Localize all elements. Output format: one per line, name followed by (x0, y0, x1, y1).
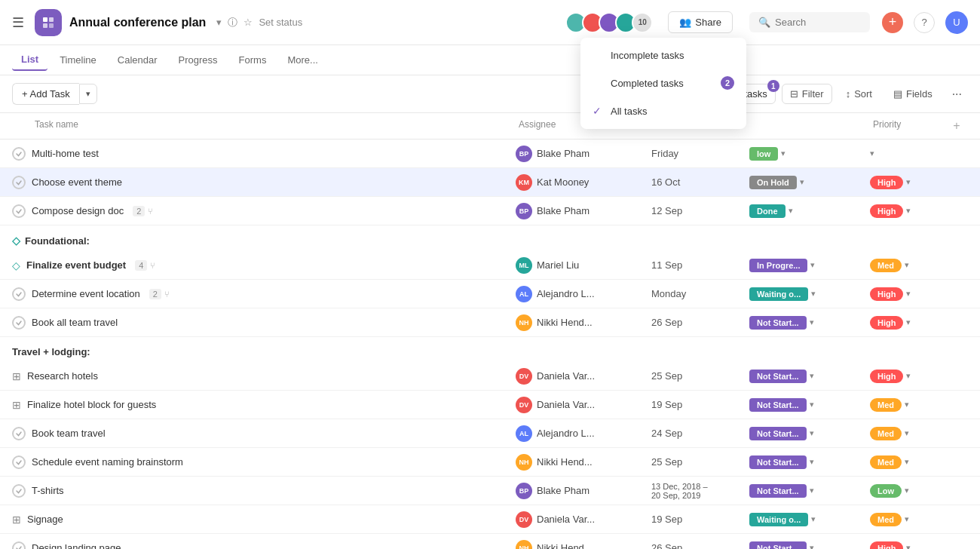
user-avatar[interactable]: U (945, 11, 968, 34)
status-badge[interactable]: Not Start... (749, 370, 807, 383)
status-badge[interactable]: On Hold (749, 176, 797, 189)
table-row[interactable]: ◇ Finalize event budget 4 ⑂ ML Mariel Li… (0, 251, 980, 280)
search-input[interactable] (775, 17, 861, 28)
status-badge[interactable]: In Progre... (749, 259, 807, 272)
table-row[interactable]: T-shirts BP Blake Pham 13 Dec, 2018 –20 … (0, 477, 980, 505)
status-dropdown-arrow[interactable]: ▾ (810, 260, 815, 270)
add-task-dropdown[interactable]: ▾ (79, 84, 97, 104)
tab-forms[interactable]: Forms (230, 50, 276, 70)
task-check[interactable] (12, 176, 26, 189)
dropdown-item-completed[interactable]: Completed tasks 2 (580, 69, 746, 97)
priority-dropdown-arrow[interactable]: ▾ (905, 428, 909, 438)
priority-dropdown-arrow[interactable]: ▾ (905, 260, 909, 270)
star-icon[interactable]: ☆ (243, 17, 253, 28)
task-check[interactable] (12, 316, 26, 330)
assignee-name: Daniela Var... (537, 399, 595, 410)
add-task-button[interactable]: + Add Task ▾ (12, 83, 97, 105)
priority-dropdown-arrow[interactable]: ▾ (906, 371, 911, 381)
status-dropdown-arrow[interactable]: ▾ (810, 486, 814, 495)
filter-button[interactable]: ⊟ Filter (782, 84, 832, 104)
assignee-name: Kat Mooney (537, 176, 589, 188)
status-dropdown-arrow[interactable]: ▾ (810, 371, 814, 381)
task-check[interactable] (12, 204, 26, 218)
task-check[interactable] (12, 484, 26, 498)
table-row[interactable]: ⊞ Signage DV Daniela Var... 19 Sep Waiti… (0, 505, 980, 534)
search-box[interactable]: 🔍 (749, 12, 870, 32)
tab-list[interactable]: List (12, 49, 47, 71)
table-row[interactable]: Choose event theme KM Kat Mooney 16 Oct … (0, 168, 980, 197)
status-dropdown-arrow[interactable]: ▾ (810, 543, 814, 549)
status-cell: low ▾ (749, 147, 870, 161)
task-check[interactable] (12, 147, 26, 161)
tab-timeline[interactable]: Timeline (51, 50, 106, 70)
help-button[interactable]: ? (914, 12, 935, 33)
sort-button[interactable]: ↕ Sort (838, 84, 880, 103)
priority-dropdown-arrow[interactable]: ▾ (906, 543, 911, 549)
status-badge[interactable]: Not Start... (749, 484, 807, 498)
table-row[interactable]: Schedule event naming brainstorm NH Nikk… (0, 448, 980, 477)
add-task-main[interactable]: + Add Task (12, 83, 79, 105)
add-column-button[interactable]: + (945, 113, 968, 139)
status-badge[interactable]: Not Start... (749, 398, 807, 412)
tab-more[interactable]: More... (278, 50, 326, 70)
status-dropdown-arrow[interactable]: ▾ (810, 400, 814, 409)
fields-button[interactable]: ▤ Fields (886, 84, 940, 103)
table-row[interactable]: Book team travel AL Alejandro L... 24 Se… (0, 419, 980, 448)
assignee-name: Nikki Hend... (537, 317, 593, 328)
table-row[interactable]: Book all team travel NH Nikki Hend... 26… (0, 308, 980, 337)
table-row[interactable]: Design landing page NH Nikki Hend... 26 … (0, 534, 980, 549)
priority-dropdown-arrow[interactable]: ▾ (906, 177, 911, 187)
assignee-cell: DV Daniela Var... (516, 511, 651, 528)
share-button[interactable]: 👥 Share (668, 11, 733, 33)
set-status-btn[interactable]: Set status (259, 17, 302, 28)
status-badge[interactable]: Not Start... (749, 427, 807, 440)
task-check[interactable] (12, 287, 26, 301)
diamond-icon: ◇ (12, 235, 20, 247)
status-cell: Not Start... ▾ (749, 541, 870, 550)
status-badge[interactable]: Not Start... (749, 455, 807, 469)
table-row[interactable]: ⊞ Finalize hotel block for guests DV Dan… (0, 391, 980, 419)
tab-calendar[interactable]: Calendar (109, 50, 167, 70)
info-icon[interactable]: ⓘ (228, 16, 237, 29)
priority-cell: High ▾ (870, 541, 945, 550)
priority-dropdown-arrow[interactable]: ▾ (906, 206, 911, 216)
more-options-button[interactable]: ··· (946, 84, 968, 105)
status-badge[interactable]: low (749, 147, 778, 161)
table-row[interactable]: Determine event location 2 ⑂ AL Alejandr… (0, 280, 980, 308)
tab-progress[interactable]: Progress (170, 50, 227, 70)
status-badge[interactable]: Waiting o... (749, 287, 808, 301)
due-date-cell: 25 Sep (651, 456, 749, 468)
task-name: Book team travel (32, 428, 106, 439)
status-dropdown-arrow[interactable]: ▾ (800, 177, 804, 187)
status-dropdown-arrow[interactable]: ▾ (789, 206, 793, 216)
status-badge[interactable]: Not Start... (749, 316, 807, 330)
dropdown-item-all[interactable]: ✓ All tasks (580, 97, 746, 124)
dropdown-item-incomplete[interactable]: Incomplete tasks (580, 42, 746, 69)
priority-dropdown-arrow[interactable]: ▾ (905, 486, 909, 495)
status-badge[interactable]: Done (749, 204, 786, 218)
task-check[interactable] (12, 455, 26, 469)
status-badge[interactable]: Not Start... (749, 541, 807, 550)
priority-dropdown-arrow[interactable]: ▾ (906, 289, 911, 299)
dropdown-arrow-icon[interactable]: ▾ (216, 17, 222, 28)
task-check[interactable] (12, 541, 26, 550)
priority-dropdown-arrow[interactable]: ▾ (906, 317, 911, 327)
assignee-avatar: DV (516, 397, 532, 413)
plus-button[interactable]: + (882, 12, 903, 33)
priority-dropdown-arrow[interactable]: ▾ (905, 514, 909, 524)
status-dropdown-arrow[interactable]: ▾ (810, 457, 814, 467)
priority-dropdown-arrow[interactable]: ▾ (905, 400, 909, 409)
status-dropdown-arrow[interactable]: ▾ (811, 289, 816, 299)
status-dropdown-arrow[interactable]: ▾ (810, 317, 814, 327)
status-dropdown-arrow[interactable]: ▾ (810, 428, 814, 438)
task-check[interactable] (12, 427, 26, 440)
table-row[interactable]: Multi-home test BP Blake Pham Friday low… (0, 140, 980, 168)
table-row[interactable]: Compose design doc 2 ⑂ BP Blake Pham 12 … (0, 197, 980, 225)
priority-dropdown-arrow[interactable]: ▾ (905, 457, 909, 467)
status-dropdown-arrow[interactable]: ▾ (811, 514, 816, 524)
status-dropdown-arrow[interactable]: ▾ (781, 149, 786, 158)
menu-icon[interactable]: ☰ (12, 14, 24, 31)
status-badge[interactable]: Waiting o... (749, 513, 808, 526)
table-row[interactable]: ⊞ Research hotels DV Daniela Var... 25 S… (0, 362, 980, 391)
priority-dropdown-arrow[interactable]: ▾ (870, 149, 874, 158)
